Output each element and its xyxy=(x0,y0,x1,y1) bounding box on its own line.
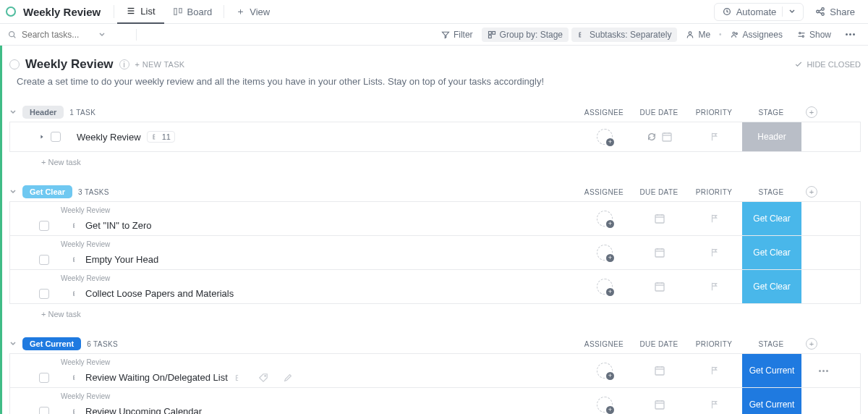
stage-cell[interactable]: Header xyxy=(742,122,801,151)
chevron-down-icon[interactable] xyxy=(98,31,106,38)
hide-closed-label: HIDE CLOSED xyxy=(807,60,861,69)
automate-button[interactable]: Automate xyxy=(714,3,804,21)
person-icon xyxy=(686,30,694,39)
recurring-icon[interactable] xyxy=(647,132,657,142)
task-row[interactable]: Weekly ReviewCollect Loose Papers and Ma… xyxy=(9,270,861,304)
group-get-clear: Get Clear3 TASKSASSIGNEEDUE DATEPRIORITY… xyxy=(9,182,861,321)
me-button[interactable]: Me xyxy=(680,28,716,42)
hide-closed-toggle[interactable]: HIDE CLOSED xyxy=(794,60,861,69)
status-circle-icon[interactable] xyxy=(9,59,20,69)
task-row[interactable]: Weekly ReviewEmpty Your HeadGet Clear xyxy=(9,236,861,270)
list-icon xyxy=(126,6,136,16)
priority-cell[interactable] xyxy=(687,282,742,292)
stage-cell[interactable]: Get Current xyxy=(742,354,801,387)
stage-pill[interactable]: Get Current xyxy=(22,337,81,350)
search-input[interactable] xyxy=(22,30,94,40)
task-count: 3 TASKS xyxy=(78,188,109,196)
assignee-add[interactable] xyxy=(597,279,613,295)
calendar-icon[interactable] xyxy=(654,247,665,258)
task-checkbox[interactable] xyxy=(39,221,49,231)
task-row[interactable]: Weekly ReviewReview Upcoming CalendarGet… xyxy=(9,388,861,414)
collapse-icon[interactable] xyxy=(9,340,17,347)
subtasks-button[interactable]: Subtasks: Separately xyxy=(571,28,677,42)
task-count: 1 TASK xyxy=(69,109,95,117)
add-task-button[interactable]: + New task xyxy=(9,304,861,321)
add-column-button[interactable]: + xyxy=(801,338,822,350)
add-view-button[interactable]: ＋ View xyxy=(227,0,278,24)
stage-pill[interactable]: Header xyxy=(22,106,64,119)
task-row[interactable]: Weekly Review11Header xyxy=(9,122,861,152)
group-header: Get Clear3 TASKSASSIGNEEDUE DATEPRIORITY… xyxy=(9,182,861,201)
task-checkbox[interactable] xyxy=(39,255,49,265)
breadcrumb: Weekly Review xyxy=(39,358,110,366)
more-button[interactable] xyxy=(840,31,861,38)
task-checkbox[interactable] xyxy=(51,132,61,142)
add-column-button[interactable]: + xyxy=(801,106,822,118)
due-date-cell[interactable] xyxy=(632,247,687,258)
group-by-label: Group by: Stage xyxy=(500,30,563,40)
show-button[interactable]: Show xyxy=(791,28,837,42)
calendar-icon[interactable] xyxy=(654,281,665,292)
priority-cell[interactable] xyxy=(687,214,742,224)
board-icon xyxy=(173,7,183,17)
due-date-cell[interactable] xyxy=(632,365,687,376)
due-date-cell[interactable] xyxy=(632,131,687,143)
info-icon[interactable]: i xyxy=(119,59,129,69)
assignees-button[interactable]: Assignees xyxy=(725,28,788,42)
stage-cell[interactable]: Get Clear xyxy=(742,236,801,269)
svg-rect-31 xyxy=(655,249,664,257)
task-checkbox[interactable] xyxy=(39,289,49,299)
task-row[interactable]: Weekly ReviewReview Waiting On/Delegated… xyxy=(9,353,861,388)
calendar-icon[interactable] xyxy=(654,365,665,376)
subtask-count[interactable]: 11 xyxy=(147,131,175,143)
stage-cell[interactable]: Get Clear xyxy=(742,202,801,235)
calendar-icon[interactable] xyxy=(654,399,665,410)
chevron-down-icon[interactable] xyxy=(788,8,796,15)
assignee-add[interactable] xyxy=(597,397,613,413)
page-title-row: Weekly Review i + NEW TASK HIDE CLOSED xyxy=(9,57,861,72)
priority-cell[interactable] xyxy=(687,132,742,142)
collapse-icon[interactable] xyxy=(9,188,17,195)
stage-cell[interactable]: Get Clear xyxy=(742,270,801,303)
subtask-icon xyxy=(71,255,80,264)
priority-cell[interactable] xyxy=(687,400,742,410)
priority-cell[interactable] xyxy=(687,248,742,258)
edit-icon[interactable] xyxy=(283,373,293,383)
group-by-button[interactable]: Group by: Stage xyxy=(482,28,569,42)
expand-icon[interactable] xyxy=(39,134,45,140)
breadcrumb: Weekly Review xyxy=(39,392,110,400)
assignee-add[interactable] xyxy=(597,129,613,145)
new-task-button[interactable]: + NEW TASK xyxy=(135,60,185,69)
row-more-button[interactable] xyxy=(819,370,828,372)
share-button[interactable]: Share xyxy=(808,4,862,20)
subtask-icon xyxy=(71,407,80,415)
stage-cell[interactable]: Get Current xyxy=(742,388,801,414)
tag-icon[interactable] xyxy=(258,373,268,383)
group-header: Header1 TASKASSIGNEEDUE DATEPRIORITYSTAG… xyxy=(9,103,861,122)
calendar-icon[interactable] xyxy=(654,213,665,224)
task-checkbox[interactable] xyxy=(39,407,49,415)
due-date-cell[interactable] xyxy=(632,213,687,224)
subtask-icon xyxy=(71,290,80,298)
collapse-icon[interactable] xyxy=(9,109,17,116)
assignee-add[interactable] xyxy=(597,245,613,261)
subtask-icon[interactable] xyxy=(234,373,244,383)
calendar-icon[interactable] xyxy=(661,131,673,143)
add-task-button[interactable]: + New task xyxy=(9,152,861,169)
svg-rect-14 xyxy=(492,31,495,34)
due-date-cell[interactable] xyxy=(632,281,687,292)
assignee-add[interactable] xyxy=(597,211,613,227)
stage-pill[interactable]: Get Clear xyxy=(22,185,72,198)
due-date-cell[interactable] xyxy=(632,399,687,410)
task-row[interactable]: Weekly ReviewGet "IN" to ZeroGet Clear xyxy=(9,201,861,236)
filter-button[interactable]: Filter xyxy=(435,28,479,42)
page-content: Weekly Review i + NEW TASK HIDE CLOSED C… xyxy=(0,46,868,414)
col-priority: PRIORITY xyxy=(686,188,741,196)
assignee-add[interactable] xyxy=(597,363,613,379)
priority-cell[interactable] xyxy=(687,366,742,376)
task-checkbox[interactable] xyxy=(39,373,49,383)
view-tab-board[interactable]: Board xyxy=(164,0,221,24)
view-tab-list[interactable]: List xyxy=(117,0,163,24)
add-column-button[interactable]: + xyxy=(801,186,822,198)
me-label: Me xyxy=(698,30,710,40)
